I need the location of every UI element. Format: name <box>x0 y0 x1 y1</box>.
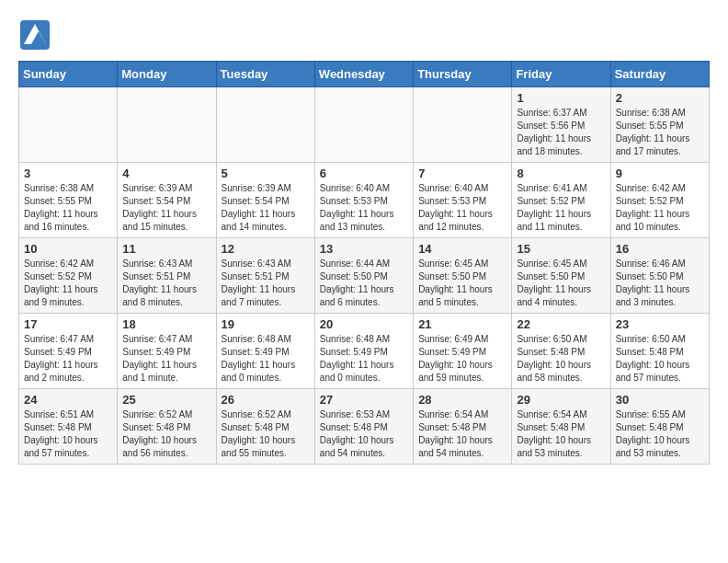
day-number: 25 <box>122 393 210 407</box>
day-header-thursday: Thursday <box>414 62 512 87</box>
day-cell: 16Sunrise: 6:46 AM Sunset: 5:50 PM Dayli… <box>610 238 709 314</box>
day-number: 26 <box>222 393 310 407</box>
day-info: Sunrise: 6:51 AM Sunset: 5:48 PM Dayligh… <box>24 408 112 460</box>
day-header-friday: Friday <box>512 62 610 87</box>
day-info: Sunrise: 6:43 AM Sunset: 5:51 PM Dayligh… <box>222 258 310 309</box>
day-cell: 12Sunrise: 6:43 AM Sunset: 5:51 PM Dayli… <box>216 238 314 314</box>
day-number: 9 <box>616 167 704 180</box>
day-cell: 9Sunrise: 6:42 AM Sunset: 5:52 PM Daylig… <box>610 163 709 238</box>
day-cell: 7Sunrise: 6:40 AM Sunset: 5:53 PM Daylig… <box>414 163 512 238</box>
day-number: 28 <box>418 393 506 407</box>
header-row: SundayMondayTuesdayWednesdayThursdayFrid… <box>19 62 710 87</box>
day-header-sunday: Sunday <box>19 62 118 87</box>
day-info: Sunrise: 6:40 AM Sunset: 5:53 PM Dayligh… <box>418 182 506 234</box>
day-number: 18 <box>122 317 210 331</box>
day-number: 3 <box>24 167 112 180</box>
day-number: 8 <box>517 167 605 180</box>
day-number: 15 <box>517 242 605 256</box>
day-info: Sunrise: 6:50 AM Sunset: 5:48 PM Dayligh… <box>517 333 605 385</box>
day-cell: 29Sunrise: 6:54 AM Sunset: 5:48 PM Dayli… <box>512 389 610 465</box>
day-number: 24 <box>24 393 112 407</box>
day-info: Sunrise: 6:45 AM Sunset: 5:50 PM Dayligh… <box>517 258 605 309</box>
day-number: 11 <box>122 242 210 256</box>
day-cell <box>216 87 314 163</box>
day-info: Sunrise: 6:46 AM Sunset: 5:50 PM Dayligh… <box>616 258 704 309</box>
day-info: Sunrise: 6:38 AM Sunset: 5:55 PM Dayligh… <box>616 107 704 158</box>
day-cell: 14Sunrise: 6:45 AM Sunset: 5:50 PM Dayli… <box>414 238 512 314</box>
day-info: Sunrise: 6:41 AM Sunset: 5:52 PM Dayligh… <box>517 182 605 234</box>
day-number: 1 <box>517 91 605 105</box>
day-info: Sunrise: 6:39 AM Sunset: 5:54 PM Dayligh… <box>122 182 210 234</box>
day-info: Sunrise: 6:48 AM Sunset: 5:49 PM Dayligh… <box>320 333 408 385</box>
day-cell: 25Sunrise: 6:52 AM Sunset: 5:48 PM Dayli… <box>118 389 216 465</box>
day-number: 20 <box>320 317 408 331</box>
day-number: 10 <box>24 242 112 256</box>
day-cell: 2Sunrise: 6:38 AM Sunset: 5:55 PM Daylig… <box>610 87 709 163</box>
day-info: Sunrise: 6:54 AM Sunset: 5:48 PM Dayligh… <box>517 408 605 460</box>
day-info: Sunrise: 6:50 AM Sunset: 5:48 PM Dayligh… <box>616 333 704 385</box>
day-cell: 6Sunrise: 6:40 AM Sunset: 5:53 PM Daylig… <box>314 163 413 238</box>
day-number: 17 <box>24 317 112 331</box>
day-info: Sunrise: 6:44 AM Sunset: 5:50 PM Dayligh… <box>320 258 408 309</box>
day-info: Sunrise: 6:43 AM Sunset: 5:51 PM Dayligh… <box>122 258 210 309</box>
day-cell: 17Sunrise: 6:47 AM Sunset: 5:49 PM Dayli… <box>19 314 118 389</box>
day-number: 30 <box>616 393 704 407</box>
day-number: 29 <box>517 393 605 407</box>
day-info: Sunrise: 6:48 AM Sunset: 5:49 PM Dayligh… <box>222 333 310 385</box>
day-info: Sunrise: 6:52 AM Sunset: 5:48 PM Dayligh… <box>122 408 210 460</box>
day-cell: 15Sunrise: 6:45 AM Sunset: 5:50 PM Dayli… <box>512 238 610 314</box>
day-cell <box>414 87 512 163</box>
day-cell: 11Sunrise: 6:43 AM Sunset: 5:51 PM Dayli… <box>118 238 216 314</box>
day-cell: 30Sunrise: 6:55 AM Sunset: 5:48 PM Dayli… <box>610 389 709 465</box>
day-info: Sunrise: 6:54 AM Sunset: 5:48 PM Dayligh… <box>418 408 506 460</box>
calendar-body: 1Sunrise: 6:37 AM Sunset: 5:56 PM Daylig… <box>19 87 710 465</box>
day-cell: 18Sunrise: 6:47 AM Sunset: 5:49 PM Dayli… <box>118 314 216 389</box>
day-number: 12 <box>222 242 310 256</box>
logo <box>18 18 55 52</box>
day-cell: 1Sunrise: 6:37 AM Sunset: 5:56 PM Daylig… <box>512 87 610 163</box>
day-cell: 5Sunrise: 6:39 AM Sunset: 5:54 PM Daylig… <box>216 163 314 238</box>
day-number: 4 <box>122 167 210 180</box>
day-info: Sunrise: 6:45 AM Sunset: 5:50 PM Dayligh… <box>418 258 506 309</box>
day-cell: 4Sunrise: 6:39 AM Sunset: 5:54 PM Daylig… <box>118 163 216 238</box>
day-info: Sunrise: 6:42 AM Sunset: 5:52 PM Dayligh… <box>24 258 112 309</box>
page-header <box>18 18 710 52</box>
day-header-saturday: Saturday <box>610 62 709 87</box>
day-number: 21 <box>418 317 506 331</box>
day-cell: 3Sunrise: 6:38 AM Sunset: 5:55 PM Daylig… <box>19 163 118 238</box>
day-header-monday: Monday <box>118 62 216 87</box>
day-number: 6 <box>320 167 408 180</box>
day-cell: 8Sunrise: 6:41 AM Sunset: 5:52 PM Daylig… <box>512 163 610 238</box>
day-info: Sunrise: 6:53 AM Sunset: 5:48 PM Dayligh… <box>320 408 408 460</box>
day-number: 7 <box>418 167 506 180</box>
day-cell: 20Sunrise: 6:48 AM Sunset: 5:49 PM Dayli… <box>314 314 413 389</box>
day-cell <box>118 87 216 163</box>
day-info: Sunrise: 6:37 AM Sunset: 5:56 PM Dayligh… <box>517 107 605 158</box>
day-info: Sunrise: 6:40 AM Sunset: 5:53 PM Dayligh… <box>320 182 408 234</box>
day-info: Sunrise: 6:38 AM Sunset: 5:55 PM Dayligh… <box>24 182 112 234</box>
day-cell <box>314 87 413 163</box>
day-cell: 22Sunrise: 6:50 AM Sunset: 5:48 PM Dayli… <box>512 314 610 389</box>
day-number: 27 <box>320 393 408 407</box>
day-info: Sunrise: 6:49 AM Sunset: 5:49 PM Dayligh… <box>418 333 506 385</box>
day-cell: 23Sunrise: 6:50 AM Sunset: 5:48 PM Dayli… <box>610 314 709 389</box>
calendar-table: SundayMondayTuesdayWednesdayThursdayFrid… <box>18 61 710 465</box>
week-row-4: 17Sunrise: 6:47 AM Sunset: 5:49 PM Dayli… <box>19 314 710 389</box>
day-number: 16 <box>616 242 704 256</box>
day-cell: 21Sunrise: 6:49 AM Sunset: 5:49 PM Dayli… <box>414 314 512 389</box>
day-header-tuesday: Tuesday <box>216 62 314 87</box>
calendar-header: SundayMondayTuesdayWednesdayThursdayFrid… <box>19 62 710 87</box>
week-row-2: 3Sunrise: 6:38 AM Sunset: 5:55 PM Daylig… <box>19 163 710 238</box>
day-cell: 13Sunrise: 6:44 AM Sunset: 5:50 PM Dayli… <box>314 238 413 314</box>
day-number: 19 <box>222 317 310 331</box>
day-number: 23 <box>616 317 704 331</box>
day-number: 2 <box>616 91 704 105</box>
day-number: 5 <box>222 167 310 180</box>
day-cell: 19Sunrise: 6:48 AM Sunset: 5:49 PM Dayli… <box>216 314 314 389</box>
day-info: Sunrise: 6:47 AM Sunset: 5:49 PM Dayligh… <box>24 333 112 385</box>
day-info: Sunrise: 6:39 AM Sunset: 5:54 PM Dayligh… <box>222 182 310 234</box>
day-cell: 26Sunrise: 6:52 AM Sunset: 5:48 PM Dayli… <box>216 389 314 465</box>
day-number: 22 <box>517 317 605 331</box>
day-header-wednesday: Wednesday <box>314 62 413 87</box>
day-cell: 28Sunrise: 6:54 AM Sunset: 5:48 PM Dayli… <box>414 389 512 465</box>
